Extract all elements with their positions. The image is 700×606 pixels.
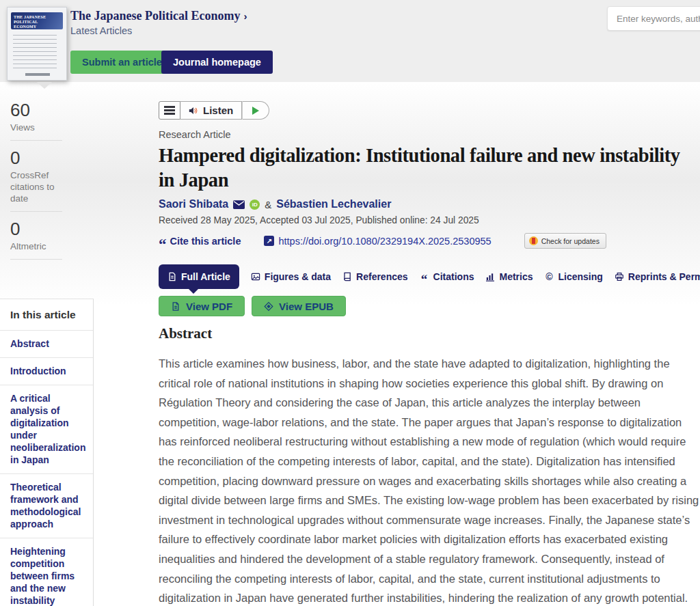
article-metrics: 60 Views 0 CrossRef citations to date 0 … <box>10 100 62 266</box>
tab-label: Licensing <box>558 271 603 282</box>
article-dates: Received 28 May 2025, Accepted 03 Jul 20… <box>159 215 700 225</box>
sidebar-item-theoretical-framework-and-methodological-approach[interactable]: Theoretical framework and methodological… <box>0 473 93 538</box>
author-link-sebastien-lechevalier[interactable]: Sébastien Lechevalier <box>276 198 391 210</box>
listen-button[interactable]: Listen <box>180 101 242 120</box>
abstract-text: This article examines how business, labo… <box>159 354 700 606</box>
metric-block: 60 Views <box>10 100 62 141</box>
download-button-label: View EPUB <box>279 301 334 312</box>
tab-citations[interactable]: “ Citations <box>420 271 474 282</box>
document-icon <box>167 272 177 281</box>
tab-references[interactable]: References <box>342 271 408 282</box>
metric-block: 0 CrossRef citations to date <box>10 148 62 212</box>
external-link-icon: ↗ <box>264 236 274 246</box>
tab-full-article[interactable]: Full Article <box>159 264 239 289</box>
header-pointer-tail <box>37 82 52 89</box>
tab-figures-data[interactable]: Figures & data <box>251 271 331 282</box>
orcid-icon[interactable]: iD <box>250 199 260 210</box>
tab-label: References <box>356 271 408 282</box>
latest-articles-link[interactable]: Latest Articles <box>70 25 132 36</box>
journal-cover-footer-mark <box>25 73 50 76</box>
tab-licensing[interactable]: © Licensing <box>545 271 603 282</box>
article-page: THE JAPANESE POLITICAL ECONOMY The Japan… <box>0 0 700 606</box>
quote-icon: “ <box>159 241 167 248</box>
journal-title-text: The Japanese Political Economy <box>70 9 241 23</box>
search-input[interactable] <box>607 6 700 31</box>
article-type-label: Research Article <box>159 129 700 140</box>
check-for-updates-badge[interactable]: Check for updates <box>524 233 606 249</box>
sidebar-item-introduction[interactable]: Introduction <box>0 357 93 385</box>
tab-label: Metrics <box>499 271 533 282</box>
metric-divider <box>10 259 62 260</box>
tab-label: Reprints & Permissions <box>628 271 700 282</box>
chevron-right-icon: › <box>244 10 247 22</box>
author-link-saori-shibata[interactable]: Saori Shibata <box>159 198 228 210</box>
submit-article-button[interactable]: Submit an article <box>70 51 174 74</box>
journal-cover-toc-lines <box>13 35 57 69</box>
check-for-updates-label: Check for updates <box>541 237 600 245</box>
journal-homepage-button[interactable]: Journal homepage <box>161 51 273 74</box>
chart-icon <box>485 272 495 281</box>
metric-value: 0 <box>10 219 62 239</box>
crossmark-icon <box>529 236 538 245</box>
doi-link[interactable]: https://doi.org/10.1080/2329194X.2025.25… <box>278 236 491 247</box>
article-header: Listen Research Article Hampered digital… <box>159 101 700 316</box>
author-byline: Saori Shibata iD & Sébastien Lechevalier <box>159 198 700 210</box>
tab-label: Citations <box>433 271 474 282</box>
cite-label: Cite this article <box>170 236 241 247</box>
in-this-article-sidebar: In this article Abstract Introduction A … <box>0 299 94 606</box>
printer-icon <box>615 272 624 281</box>
tab-label: Figures & data <box>265 271 331 282</box>
journal-title-link[interactable]: The Japanese Political Economy› <box>70 9 247 23</box>
journal-cover-banner: THE JAPANESE POLITICAL ECONOMY <box>11 12 63 29</box>
article-title: Hampered digitalization: Institutional f… <box>159 143 700 193</box>
metric-label: Altmetric <box>10 240 62 252</box>
book-icon <box>342 272 352 281</box>
listen-toolbar: Listen <box>159 101 700 120</box>
article-tabs: Full Article Figures & data References “… <box>159 264 700 290</box>
sidebar-items: Abstract Introduction A critical analysi… <box>0 330 93 606</box>
metric-value: 0 <box>10 148 62 168</box>
copyright-icon: © <box>545 272 554 281</box>
authors-separator: & <box>265 199 271 210</box>
sidebar-item-abstract[interactable]: Abstract <box>0 330 93 357</box>
epub-icon <box>264 301 273 311</box>
metric-label: CrossRef citations to date <box>10 169 62 204</box>
image-icon <box>251 272 260 281</box>
citation-row: “ Cite this article ↗ https://doi.org/10… <box>159 233 700 249</box>
tab-metrics[interactable]: Metrics <box>485 271 533 282</box>
download-button-view-epub[interactable]: View EPUB <box>252 296 346 316</box>
tab-label: Full Article <box>181 271 230 282</box>
tab-reprints-permissions[interactable]: Reprints & Permissions <box>615 271 700 282</box>
download-button-view-pdf[interactable]: View PDF <box>159 296 245 316</box>
metric-divider <box>10 211 62 212</box>
sidebar-item-heightening-competition-between-firms-and-the-new-instability[interactable]: Heightening competition between firms an… <box>0 538 93 606</box>
speaker-icon <box>189 106 198 115</box>
download-button-label: View PDF <box>186 301 232 312</box>
doi-wrap: ↗ https://doi.org/10.1080/2329194X.2025.… <box>264 236 491 247</box>
abstract-section: Abstract This article examines how busin… <box>159 325 700 606</box>
play-icon <box>252 107 259 115</box>
metric-block: 0 Altmetric <box>10 219 62 260</box>
sidebar-item-a-critical-analysis-of-digitalization-under-neoliberalization-in-japan[interactable]: A critical analysis of digitalization un… <box>0 385 93 473</box>
pdf-icon <box>171 301 180 311</box>
metric-value: 60 <box>10 100 62 120</box>
listen-label: Listen <box>203 105 233 116</box>
journal-cover-thumbnail[interactable]: THE JAPANESE POLITICAL ECONOMY <box>7 7 67 81</box>
metric-divider <box>10 140 62 141</box>
cite-this-article-link[interactable]: “ Cite this article <box>159 236 241 247</box>
sidebar-title: In this article <box>0 299 93 330</box>
play-button[interactable] <box>242 101 269 120</box>
metric-label: Views <box>10 122 62 133</box>
listen-menu-button[interactable] <box>159 101 180 120</box>
site-header: THE JAPANESE POLITICAL ECONOMY The Japan… <box>0 0 700 82</box>
download-buttons: View PDF View EPUB <box>159 296 700 316</box>
abstract-heading: Abstract <box>159 325 700 342</box>
email-icon[interactable] <box>233 200 245 209</box>
quote-icon: “ <box>420 272 429 281</box>
